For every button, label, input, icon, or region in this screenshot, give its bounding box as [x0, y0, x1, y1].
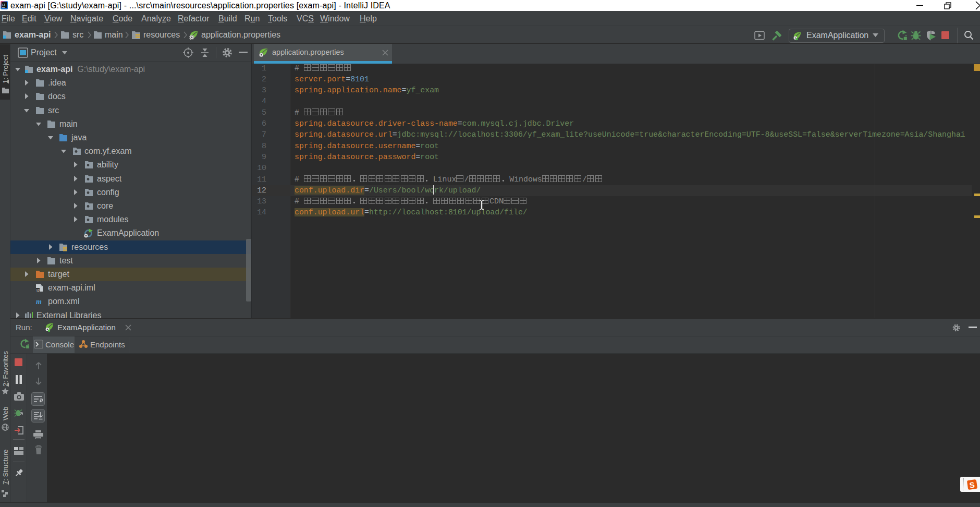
svg-text:m: m — [36, 298, 42, 306]
svg-text:IJ: IJ — [2, 3, 5, 7]
svg-text:IJ: IJ — [36, 288, 39, 292]
